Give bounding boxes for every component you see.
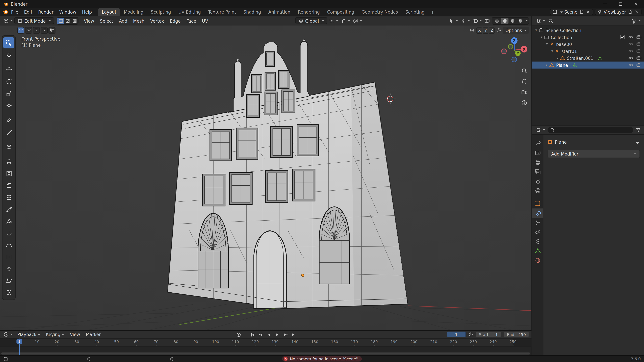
orientation-dropdown[interactable]: Global	[295, 17, 328, 24]
properties-editor-type-button[interactable]	[535, 126, 546, 133]
camera-view-button[interactable]	[520, 88, 528, 96]
viewport-menu-uv[interactable]: UV	[199, 18, 211, 24]
tool-loop-cut[interactable]	[3, 192, 14, 203]
eye-icon[interactable]	[628, 48, 634, 54]
camera-icon[interactable]	[636, 62, 642, 68]
tab-sculpting[interactable]: Sculpting	[147, 8, 175, 16]
tool-bevel[interactable]	[3, 180, 14, 191]
tool-edge-slide[interactable]	[3, 251, 14, 262]
viewport-menu-select[interactable]: Select	[97, 18, 116, 24]
mode-intersect-button[interactable]	[48, 27, 56, 34]
face-mode-button[interactable]	[71, 17, 78, 24]
tl-nextkey-button[interactable]	[282, 331, 289, 338]
tab-layout[interactable]: Layout	[98, 8, 120, 16]
timeline-track[interactable]	[0, 347, 532, 355]
maximize-button[interactable]	[613, 0, 628, 8]
close-button[interactable]	[628, 0, 644, 8]
app-menu-icon[interactable]	[2, 9, 8, 15]
properties-filter-button[interactable]	[635, 127, 642, 133]
zoom-button[interactable]	[520, 66, 528, 75]
tool-extrude[interactable]	[3, 156, 14, 167]
tool-cursor[interactable]	[3, 49, 14, 60]
tl-last-button[interactable]	[290, 331, 297, 338]
menu-render[interactable]: Render	[35, 9, 56, 15]
shading-wireframe-button[interactable]	[493, 17, 501, 24]
timeline-menu-playback[interactable]: Playback	[14, 332, 43, 337]
tool-select-box[interactable]	[3, 37, 14, 48]
gizmo-neg-y[interactable]	[508, 44, 513, 49]
properties-search-input[interactable]	[548, 127, 634, 133]
mode-extend-button[interactable]	[25, 27, 32, 34]
outliner-search-button[interactable]	[548, 18, 554, 24]
gizmo-neg-x[interactable]	[502, 49, 506, 54]
tool-annotate[interactable]	[3, 114, 14, 125]
ptab-data[interactable]	[532, 246, 543, 256]
ptab-output[interactable]	[532, 158, 543, 167]
tab-animation[interactable]: Animation	[265, 8, 294, 16]
outliner-row-scene-collection[interactable]: ▾Scene Collection	[532, 27, 644, 34]
viewport-menu-edge[interactable]: Edge	[167, 18, 184, 24]
tl-first-button[interactable]	[249, 331, 256, 338]
gizmos-dropdown[interactable]	[460, 17, 471, 24]
edge-mode-button[interactable]	[64, 17, 71, 24]
ptab-physics[interactable]	[532, 227, 543, 237]
tab-geometry-nodes[interactable]: Geometry Nodes	[358, 8, 402, 16]
mode-new-button[interactable]	[17, 27, 24, 34]
tab-uv-editing[interactable]: UV Editing	[175, 8, 204, 16]
outliner-row-plane[interactable]: ▸Plane	[532, 61, 644, 68]
ptab-scene[interactable]	[532, 176, 543, 186]
ptab-constraints[interactable]	[532, 237, 543, 246]
editor-type-button[interactable]	[2, 17, 14, 24]
menu-file[interactable]: File	[8, 9, 21, 15]
caret-down-icon[interactable]: ▾	[539, 35, 544, 39]
shading-solid-button[interactable]	[501, 17, 508, 24]
tl-prevkey-button[interactable]	[257, 331, 264, 338]
pan-button[interactable]	[520, 77, 528, 85]
pivot-point-button[interactable]	[328, 17, 339, 24]
menu-window[interactable]: Window	[56, 9, 79, 15]
eye-icon[interactable]	[628, 41, 634, 47]
camera-icon[interactable]	[636, 41, 642, 47]
tool-spin[interactable]	[3, 227, 14, 238]
caret-down-icon[interactable]: ▾	[545, 42, 549, 46]
new-viewlayer-icon[interactable]	[628, 9, 632, 14]
viewport-menu-mesh[interactable]: Mesh	[130, 18, 147, 24]
shading-material-button[interactable]	[508, 17, 516, 24]
viewlayer-selector[interactable]: ViewLayer	[595, 8, 642, 15]
mirror-x-toggle[interactable]: X	[476, 27, 482, 33]
camera-icon[interactable]	[636, 34, 642, 40]
tool-knife[interactable]	[3, 203, 14, 215]
ptab-object[interactable]	[532, 199, 543, 209]
end-frame-field[interactable]: End250	[504, 332, 529, 337]
proportional-edit-toggle[interactable]	[352, 17, 363, 24]
eye-icon[interactable]	[628, 62, 634, 68]
outliner-row-start01[interactable]: ▾start01	[532, 48, 644, 55]
tab-shading[interactable]: Shading	[240, 8, 265, 16]
caret-right-icon[interactable]: ▸	[555, 56, 560, 60]
scene-selector[interactable]: Scene	[550, 8, 593, 15]
pin-icon[interactable]	[635, 139, 640, 144]
tool-smooth[interactable]	[3, 239, 14, 250]
timeline-editor-type-button[interactable]	[2, 331, 14, 338]
tool-shear[interactable]	[3, 275, 14, 286]
snap-toggle[interactable]	[340, 17, 352, 24]
outliner-row-stra-en-001[interactable]: ▸Straßen.001	[532, 55, 644, 62]
timeline-menu-keying[interactable]: Keying	[43, 332, 67, 337]
menu-help[interactable]: Help	[79, 9, 95, 15]
object-visibility-dropdown[interactable]	[448, 17, 459, 24]
timeline-menu-marker[interactable]: Marker	[83, 332, 104, 337]
ptab-render[interactable]	[532, 148, 543, 158]
caret-down-icon[interactable]: ▾	[534, 28, 538, 32]
mode-invert-button[interactable]	[40, 27, 48, 34]
camera-icon[interactable]	[636, 48, 642, 54]
caret-right-icon[interactable]: ▸	[545, 63, 549, 67]
outliner-filter-button[interactable]	[630, 17, 642, 24]
mode-sub-button[interactable]	[33, 27, 40, 34]
timeline-menu-view[interactable]: View	[67, 332, 83, 337]
tool-rip[interactable]	[3, 287, 14, 298]
outliner-editor-type-button[interactable]	[535, 17, 546, 24]
caret-down-icon[interactable]: ▾	[550, 49, 554, 53]
remove-viewlayer-icon[interactable]	[634, 9, 639, 14]
shading-rendered-button[interactable]	[516, 17, 524, 24]
snap-falloff-button[interactable]	[496, 27, 502, 33]
